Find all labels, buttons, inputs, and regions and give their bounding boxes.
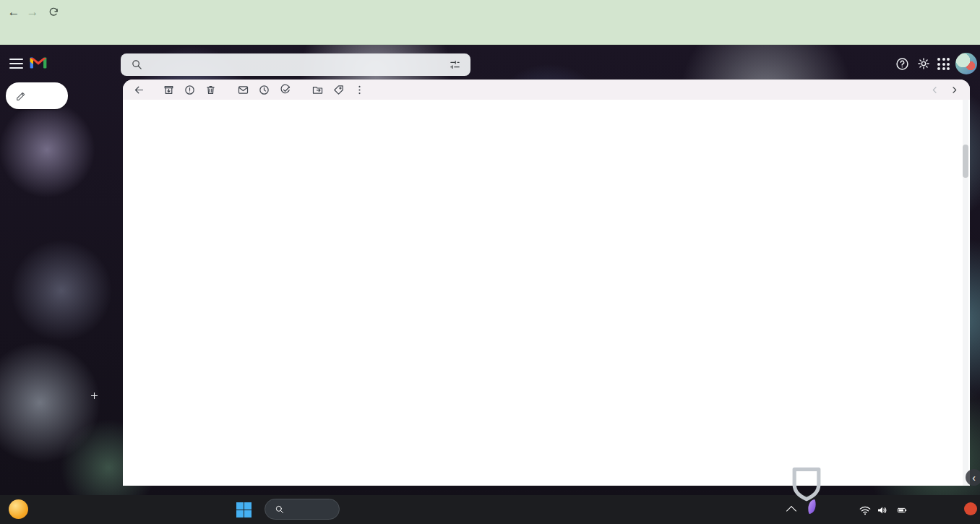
windows-taskbar [0, 495, 980, 524]
compose-button[interactable] [6, 82, 68, 109]
delete-icon[interactable] [200, 84, 221, 96]
bookmarks-bar [0, 24, 980, 45]
start-button[interactable] [236, 502, 252, 517]
conversation-panel [123, 80, 970, 486]
google-apps-icon[interactable] [937, 58, 950, 70]
older-conversation-icon[interactable] [949, 85, 960, 95]
browser-forward-button[interactable]: → [23, 5, 42, 20]
message-list [123, 100, 970, 486]
mark-unread-icon[interactable] [233, 84, 254, 96]
taskbar-search[interactable] [265, 499, 340, 520]
search-options-icon[interactable] [449, 59, 461, 71]
main-menu-icon[interactable] [9, 59, 23, 72]
labels-icon[interactable] [328, 84, 349, 96]
newer-conversation-icon[interactable] [929, 85, 940, 95]
search-icon [275, 504, 285, 515]
back-to-inbox-icon[interactable] [129, 84, 150, 96]
speaker-icon[interactable] [876, 504, 889, 517]
settings-gear-icon[interactable] [916, 56, 931, 71]
collapse-panel-icon[interactable] [966, 469, 980, 486]
search-icon[interactable] [131, 59, 143, 71]
complaintsboard-shield-icon [791, 465, 822, 503]
add-to-tasks-icon[interactable] [275, 84, 296, 96]
sun-icon [9, 499, 28, 519]
archive-icon[interactable] [158, 84, 179, 96]
scrollbar-thumb[interactable] [963, 145, 968, 178]
pencil-icon [15, 90, 27, 102]
weather-widget[interactable] [9, 499, 35, 519]
browser-back-button[interactable]: ← [4, 5, 23, 20]
notification-badge[interactable] [964, 502, 977, 515]
report-spam-icon[interactable] [179, 84, 200, 96]
wifi-icon[interactable] [859, 504, 872, 517]
snooze-icon[interactable] [254, 84, 275, 96]
move-to-icon[interactable] [307, 84, 328, 96]
more-options-icon[interactable] [349, 84, 370, 96]
browser-reload-button[interactable] [48, 6, 60, 18]
gmail-search-bar[interactable] [121, 53, 470, 76]
create-label-icon[interactable] [89, 390, 100, 401]
account-avatar[interactable] [955, 53, 977, 74]
help-icon[interactable] [895, 56, 910, 72]
labels-header [0, 390, 116, 401]
battery-icon[interactable] [894, 505, 910, 515]
browser-toolbar: ← → [0, 0, 980, 24]
conversation-toolbar [123, 80, 970, 100]
gmail-logo-icon [29, 56, 48, 70]
